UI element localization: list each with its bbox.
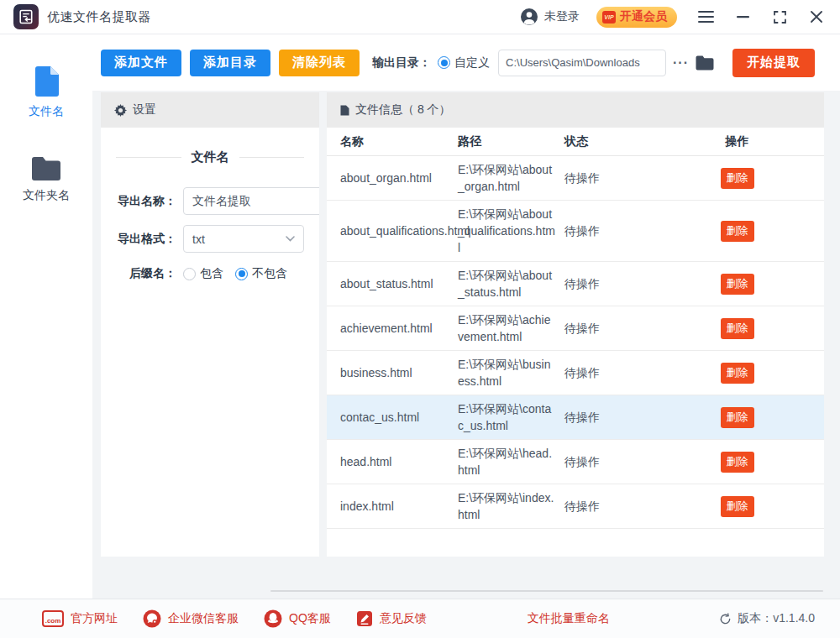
output-directory-label: 输出目录： [372, 55, 431, 71]
export-format-select[interactable]: txt [183, 225, 304, 253]
app-title: 优速文件名提取器 [47, 9, 151, 25]
footer-link-label: 意见反馈 [380, 611, 427, 626]
file-name: head.html [340, 453, 458, 470]
suffix-exclude-option[interactable]: 不包含 [235, 266, 287, 281]
export-format-label: 导出格式： [116, 232, 176, 247]
qq-support-link[interactable]: QQ客服 [264, 609, 331, 628]
delete-button[interactable]: 删除 [721, 496, 754, 517]
delete-button[interactable]: 删除 [721, 221, 754, 242]
table-header: 名称 路径 状态 操作 [327, 128, 824, 156]
delete-button[interactable]: 删除 [721, 363, 754, 384]
output-directory-group: 输出目录： 自定义 ··· 开始提取 [372, 49, 815, 77]
suffix-exclude-radio[interactable] [235, 268, 248, 280]
horizontal-scrollbar[interactable] [270, 590, 823, 592]
table-row[interactable]: about_organ.html E:\环保网站\about_organ.htm… [327, 156, 824, 201]
suffix-row: 后缀名： 包含 不包含 [116, 266, 304, 281]
suffix-exclude-label: 不包含 [252, 266, 287, 281]
file-name: achievement.html [340, 320, 458, 337]
feedback-link[interactable]: 意见反馈 [356, 610, 427, 627]
clear-list-button[interactable]: 清除列表 [279, 50, 360, 76]
version-label: 版本：v1.1.4.0 [738, 611, 815, 626]
document-icon [340, 105, 349, 116]
close-button[interactable] [808, 8, 825, 25]
export-format-row: 导出格式： txt [116, 225, 304, 253]
table-row[interactable]: about_status.html E:\环保网站\about_status.h… [327, 262, 824, 306]
export-name-label: 导出名称： [116, 194, 176, 209]
suffix-include-option[interactable]: 包含 [183, 266, 223, 281]
table-row[interactable]: contac_us.html E:\环保网站\contac_us.html 待操… [327, 395, 824, 440]
add-file-button[interactable]: 添加文件 [101, 50, 181, 76]
file-info-title: 文件信息（ 8 个） [355, 102, 451, 118]
file-status: 待操作 [564, 170, 664, 186]
delete-button[interactable]: 删除 [721, 274, 754, 295]
file-name: about_qualifications.html [340, 222, 458, 239]
vip-button[interactable]: VIP 开通会员 [596, 7, 677, 28]
export-name-input[interactable] [183, 187, 319, 215]
sidebar-item-filename[interactable]: 文件名 [29, 66, 64, 119]
add-directory-button[interactable]: 添加目录 [190, 50, 270, 76]
settings-panel-header: 设置 [101, 92, 319, 128]
delete-button[interactable]: 删除 [721, 168, 754, 189]
file-path: E:\环保网站\about_organ.html [458, 161, 564, 195]
vip-icon: VIP [602, 11, 616, 24]
section-title: 文件名 [192, 149, 229, 165]
table-row[interactable]: achievement.html E:\环保网站\achievement.htm… [327, 306, 824, 351]
delete-button[interactable]: 删除 [721, 318, 754, 339]
official-website-link[interactable]: .com 官方网址 [42, 610, 118, 627]
open-folder-icon[interactable] [696, 55, 714, 71]
file-info-header: 文件信息（ 8 个） [327, 92, 824, 128]
folder-icon [31, 156, 61, 180]
table-row[interactable]: about_qualifications.html E:\环保网站\about_… [327, 201, 824, 262]
file-name: business.html [340, 364, 458, 381]
maximize-button[interactable] [771, 8, 788, 25]
file-status: 待操作 [564, 498, 664, 515]
column-action: 操作 [664, 134, 811, 149]
file-path: E:\环保网站\business.html [458, 356, 564, 390]
delete-button[interactable]: 删除 [721, 407, 754, 428]
gear-icon [114, 104, 127, 117]
suffix-include-radio[interactable] [183, 268, 196, 280]
file-name: about_organ.html [340, 170, 458, 186]
sidebar-item-foldername[interactable]: 文件夹名 [23, 156, 70, 203]
batch-rename-link[interactable]: 文件批量重命名 [528, 611, 610, 626]
footer: .com 官方网址 企业微信客服 QQ客服 意见反馈 文件批量重命名 [0, 599, 840, 638]
file-icon [34, 66, 59, 97]
minimize-button[interactable] [734, 8, 751, 25]
suffix-include-label: 包含 [200, 266, 223, 281]
wechat-icon [143, 609, 161, 628]
refresh-icon[interactable] [719, 613, 732, 625]
file-name: index.html [340, 498, 458, 515]
app-logo-icon [13, 4, 39, 29]
login-label: 未登录 [544, 9, 580, 24]
browse-ellipsis-button[interactable]: ··· [673, 55, 689, 71]
table-row[interactable]: head.html E:\环保网站\head.html 待操作 删除 [327, 440, 824, 484]
content-area: 设置 文件名 导出名称： 导出格式： [92, 91, 840, 599]
file-info-panel: 文件信息（ 8 个） 名称 路径 状态 操作 about_organ.html … [327, 92, 824, 557]
file-path: E:\环保网站\index.html [458, 489, 564, 523]
output-path-input[interactable] [498, 50, 666, 76]
section-divider: 文件名 [116, 149, 304, 165]
wechat-support-link[interactable]: 企业微信客服 [143, 609, 239, 628]
chevron-down-icon [286, 236, 295, 242]
file-name: contac_us.html [340, 409, 458, 426]
custom-radio[interactable] [438, 56, 450, 69]
file-status: 待操作 [564, 364, 664, 381]
delete-button[interactable]: 删除 [721, 452, 754, 473]
file-status: 待操作 [564, 320, 664, 337]
sidebar-item-label: 文件夹名 [23, 188, 70, 203]
file-status: 待操作 [564, 275, 664, 292]
suffix-label: 后缀名： [116, 266, 176, 281]
footer-link-label: QQ客服 [289, 611, 331, 626]
table-row[interactable]: business.html E:\环保网站\business.html 待操作 … [327, 351, 824, 395]
login-status[interactable]: 未登录 [520, 8, 580, 26]
file-path: E:\环保网站\about_status.html [458, 267, 564, 301]
feedback-icon [356, 610, 373, 627]
menu-button[interactable] [697, 8, 714, 25]
version-group: 版本：v1.1.4.0 [719, 611, 815, 626]
start-extract-button[interactable]: 开始提取 [732, 49, 815, 77]
file-status: 待操作 [564, 222, 664, 239]
column-status: 状态 [564, 134, 664, 149]
toolbar: 添加文件 添加目录 清除列表 输出目录： 自定义 ··· 开始提取 [92, 34, 840, 91]
file-status: 待操作 [564, 453, 664, 470]
table-row[interactable]: index.html E:\环保网站\index.html 待操作 删除 [327, 484, 824, 529]
